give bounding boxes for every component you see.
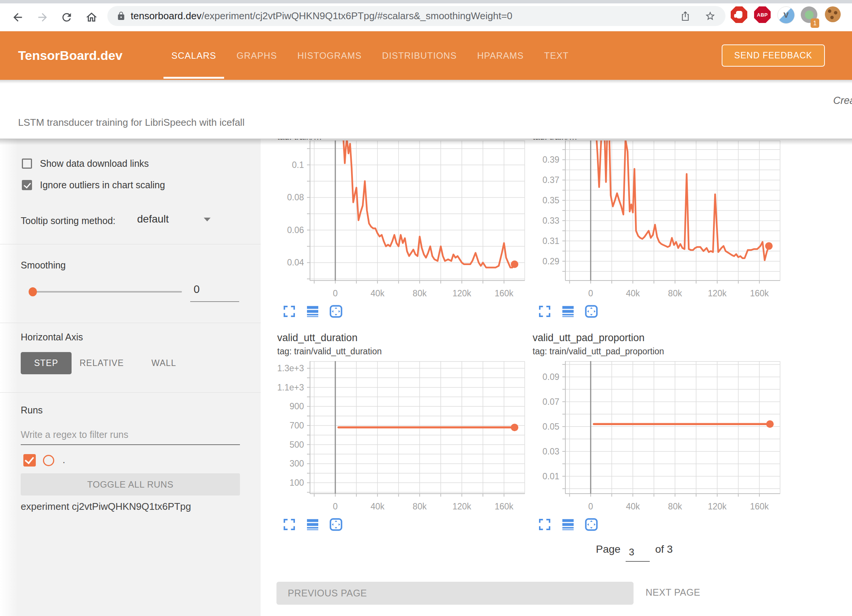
header-shadow — [0, 80, 852, 84]
experiment-description: LSTM transducer training for LibriSpeech… — [18, 117, 244, 128]
tab-histograms[interactable]: HISTOGRAMS — [287, 31, 372, 80]
runs-list-icon[interactable] — [306, 305, 319, 318]
nav-tabs: SCALARS GRAPHS HISTOGRAMS DISTRIBUTIONS … — [161, 31, 579, 80]
smoothing-label: Smoothing — [21, 260, 66, 271]
v-extension-icon[interactable]: V — [777, 6, 795, 24]
hand-icon — [736, 11, 742, 18]
page-of-label: of 3 — [655, 543, 673, 555]
svg-text:80k: 80k — [413, 288, 427, 298]
show-download-label: Show data download links — [40, 158, 149, 169]
runs-list-icon[interactable] — [561, 305, 575, 318]
next-page-button[interactable]: NEXT PAGE — [646, 587, 700, 598]
home-icon[interactable] — [85, 11, 98, 24]
svg-text:0.03: 0.03 — [542, 447, 559, 456]
scalar-chart[interactable]: 0.040.060.080.1040k80k120k160k — [264, 140, 528, 302]
scalar-chart[interactable]: 1003005007009001.1e+31.3e+3040k80k120k16… — [264, 361, 528, 515]
axis-step-button[interactable]: STEP — [21, 352, 72, 374]
runs-list-icon[interactable] — [306, 518, 319, 531]
page-number-input[interactable]: 3 — [626, 546, 650, 562]
svg-text:0.1: 0.1 — [292, 160, 304, 170]
reload-icon[interactable] — [60, 11, 73, 24]
svg-text:40k: 40k — [371, 502, 385, 511]
svg-text:40k: 40k — [371, 288, 385, 298]
scalar-chart[interactable]: 0.290.310.330.350.370.39040k80k120k160k — [519, 140, 784, 302]
tooltip-sorting-label: Tooltip sorting method: — [21, 215, 116, 226]
svg-text:0.07: 0.07 — [542, 397, 559, 407]
extension-badge: 1 — [811, 18, 819, 28]
show-download-checkbox[interactable] — [22, 159, 32, 169]
chart-toolbar — [282, 518, 528, 531]
smoothing-slider-track[interactable] — [33, 291, 182, 293]
svg-text:120k: 120k — [452, 502, 471, 511]
tab-scalars[interactable]: SCALARS — [161, 31, 226, 80]
adblock-extension-icon[interactable] — [731, 6, 747, 23]
abp-extension-icon[interactable]: ABP — [754, 6, 771, 23]
regex-input-underline — [21, 444, 240, 445]
share-icon[interactable] — [680, 11, 691, 21]
toggle-all-runs-button[interactable]: TOGGLE ALL RUNS — [21, 473, 240, 496]
svg-text:0.06: 0.06 — [287, 225, 304, 235]
scalar-chart[interactable]: 0.010.030.050.070.09040k80k120k160k — [519, 361, 784, 515]
fit-to-view-icon[interactable] — [585, 518, 598, 531]
forward-icon[interactable] — [36, 11, 49, 24]
tab-hparams[interactable]: HPARAMS — [467, 31, 534, 80]
fullscreen-icon[interactable] — [538, 518, 551, 531]
chart-tag: tag: train/valid_utt_pad_proportion — [533, 346, 784, 357]
runs-list-icon[interactable] — [561, 518, 575, 531]
chevron-down-icon[interactable] — [204, 218, 211, 221]
tab-graphs[interactable]: GRAPHS — [226, 31, 287, 80]
runs-regex-input[interactable]: Write a regex to filter runs — [21, 429, 128, 440]
smoothing-slider-thumb[interactable] — [29, 287, 37, 296]
url-text[interactable]: tensorboard.dev/experiment/cj2vtPiwQHKN9… — [131, 6, 512, 26]
svg-text:0.37: 0.37 — [542, 175, 559, 185]
run-checkbox[interactable] — [23, 454, 36, 467]
send-feedback-button[interactable]: SEND FEEDBACK — [722, 44, 825, 67]
svg-text:160k: 160k — [750, 502, 769, 511]
experiment-info-bar: Crea LSTM transducer training for LibriS… — [0, 80, 852, 139]
url-bar[interactable]: tensorboard.dev/experiment/cj2vtPiwQHKN9… — [107, 6, 725, 26]
svg-text:160k: 160k — [495, 288, 513, 298]
fullscreen-icon[interactable] — [282, 518, 296, 531]
fit-to-view-icon[interactable] — [585, 305, 598, 318]
chart-card-top-left: tag: train/… 0.040.060.080.1040k80k120k1… — [264, 134, 528, 318]
fit-to-view-icon[interactable] — [329, 518, 343, 531]
svg-text:1.1e+3: 1.1e+3 — [277, 383, 304, 392]
svg-text:120k: 120k — [708, 502, 727, 511]
divider — [0, 392, 261, 393]
fullscreen-icon[interactable] — [282, 305, 296, 318]
svg-text:80k: 80k — [413, 502, 427, 511]
axis-relative-button[interactable]: RELATIVE — [75, 352, 128, 374]
svg-text:100: 100 — [290, 478, 304, 488]
ignore-outliers-checkbox[interactable] — [22, 180, 32, 190]
bookmark-star-icon[interactable] — [705, 11, 716, 21]
run-color-swatch[interactable] — [43, 455, 54, 466]
fullscreen-icon[interactable] — [538, 305, 551, 318]
previous-page-button[interactable]: PREVIOUS PAGE — [276, 582, 634, 605]
svg-text:120k: 120k — [708, 288, 727, 298]
brand-title: TensorBoard.dev — [18, 31, 122, 80]
svg-text:1.3e+3: 1.3e+3 — [277, 363, 304, 373]
axis-wall-button[interactable]: WALL — [143, 352, 185, 374]
tab-text[interactable]: TEXT — [534, 31, 579, 80]
fit-to-view-icon[interactable] — [329, 305, 343, 318]
svg-text:80k: 80k — [668, 502, 683, 511]
chart-toolbar — [538, 305, 784, 318]
ignore-outliers-label: Ignore outliers in chart scaling — [40, 180, 165, 191]
chart-title: valid_utt_pad_proportion — [533, 332, 784, 344]
smoothing-input-underline — [190, 301, 239, 302]
svg-text:0.01: 0.01 — [542, 471, 559, 481]
page-label: Page — [596, 543, 620, 555]
window-strip — [0, 0, 852, 3]
smoothing-value-input[interactable]: 0 — [194, 283, 200, 296]
v-label: V — [783, 11, 789, 20]
charts-panel: tag: train/… 0.040.060.080.1040k80k120k1… — [261, 131, 852, 616]
cookie-extension-icon[interactable] — [825, 6, 841, 22]
divider — [0, 244, 261, 244]
url-domain: tensorboard.dev — [131, 10, 202, 21]
svg-text:0.08: 0.08 — [287, 192, 304, 202]
svg-text:0: 0 — [588, 288, 593, 298]
svg-text:40k: 40k — [626, 288, 640, 298]
back-icon[interactable] — [11, 11, 24, 24]
tab-distributions[interactable]: DISTRIBUTIONS — [372, 31, 467, 80]
tooltip-sorting-select[interactable]: default — [137, 213, 169, 225]
